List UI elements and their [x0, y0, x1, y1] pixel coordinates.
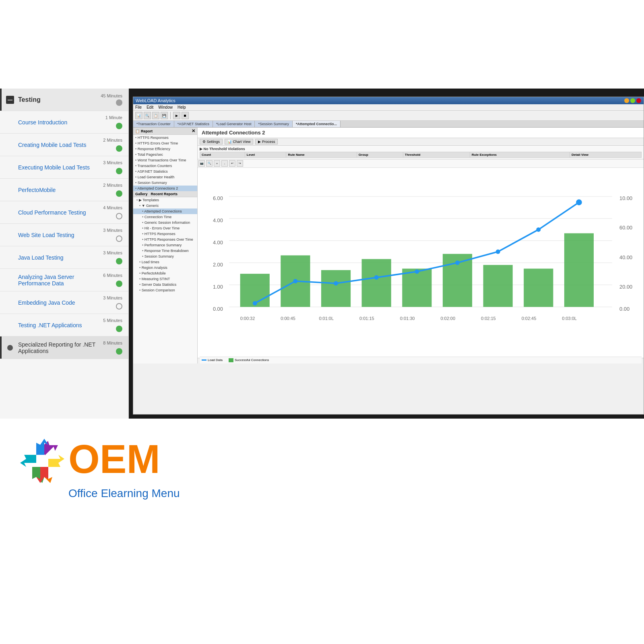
tree-measuring[interactable]: Measuring STINT [133, 276, 197, 282]
sidebar-item-creating-mobile[interactable]: Creating Mobile Load Tests 2 Minutes [0, 134, 128, 156]
svg-text:0:02:45: 0:02:45 [522, 316, 537, 321]
sidebar-item-course-intro[interactable]: Course Introduction 1 Minute [0, 111, 128, 134]
tb-btn-3[interactable]: 📋 [152, 112, 159, 119]
tree-generic[interactable]: ▼ Generic [133, 203, 197, 208]
recent-reports-tab[interactable]: Recent Reports [151, 192, 178, 196]
duration-1: 2 Minutes [103, 138, 122, 142]
sidebar-item-executing-mobile[interactable]: Executing Mobile Load Tests 3 Minutes [0, 156, 128, 179]
tree-attempted-conn-tpl[interactable]: Attempted Connections [133, 208, 197, 214]
th-group: Group [357, 152, 403, 158]
dot-4 [116, 213, 122, 219]
tree-item-https-errors[interactable]: HTTPS Errors Over Time [133, 140, 197, 146]
tree-load-times[interactable]: Load times [133, 259, 197, 265]
close-btn[interactable] [636, 98, 641, 103]
sidebar-item-testing-net[interactable]: Testing .NET Applications 5 Minutes [0, 314, 128, 336]
threshold-title: ▶ No Threshold Violations [200, 147, 642, 151]
chart-view-btn[interactable]: 📊 Chart View [225, 139, 253, 144]
tab-connections[interactable]: *Attempted Connectio... [293, 121, 341, 127]
item-meta-10: 8 Minutes [103, 341, 122, 355]
chart-tb-1[interactable]: 📷 [198, 160, 205, 167]
tree-perf-sum[interactable]: Performance Summary [133, 242, 197, 248]
sidebar-item-web-site-load[interactable]: Web Site Load Testing 3 Minutes [0, 224, 128, 246]
svg-text:2.00: 2.00 [213, 262, 223, 268]
item-label-4: Cloud Performance Testing [18, 209, 99, 216]
tree-https-resp-ot[interactable]: HTTPS Responses Over Time [133, 237, 197, 242]
item-label-8: Embedding Java Code [18, 299, 99, 306]
sidebar-item-java-load[interactable]: Java Load Testing 3 Minutes [0, 246, 128, 269]
tree-templates[interactable]: ▶ Templates [133, 197, 197, 203]
tab-transaction-counter[interactable]: *Transaction Counter [133, 121, 174, 127]
threshold-section: ▶ No Threshold Violations Count Level Ru… [198, 146, 644, 159]
tree-item-https-resp[interactable]: HTTPS Responses [133, 135, 197, 140]
bar-4 [362, 259, 391, 307]
minimize-btn[interactable] [624, 98, 629, 103]
tree-server-data[interactable]: Server Data Statistics [133, 282, 197, 287]
svg-text:0:00:32: 0:00:32 [240, 316, 255, 321]
tree-item-worst-trans[interactable]: Worst Transactions Over Time [133, 157, 197, 163]
menu-file[interactable]: File [135, 105, 142, 109]
tree-session-sum-tpl[interactable]: Session Summary [133, 254, 197, 259]
webload-left-panel: 📋 Report ✕ HTTPS Responses HTTPS Errors … [133, 128, 198, 363]
gallery-tree: ▶ Templates ▼ Generic Attempted Connecti… [133, 197, 197, 293]
sidebar-item-perfecto[interactable]: PerfectoMobile 2 Minutes [0, 179, 128, 201]
bar-5 [402, 268, 431, 307]
menu-window[interactable]: Window [158, 105, 173, 109]
tree-item-attempted-conn[interactable]: Attempted Connections 2 [133, 186, 197, 191]
chart-tb-4[interactable]: - [221, 160, 228, 167]
sidebar-header[interactable]: — Testing 45 Minutes [0, 89, 128, 111]
svg-text:0:02:15: 0:02:15 [481, 316, 496, 321]
panel-close-btn[interactable]: ✕ [192, 128, 195, 134]
tree-item-resp-eff[interactable]: Response Efficiency [133, 146, 197, 152]
process-btn[interactable]: ▶ Process [255, 139, 278, 144]
tree-item-load-gen-health[interactable]: Load Generator Health [133, 174, 197, 180]
maximize-btn[interactable] [630, 98, 635, 103]
tree-item-trans-counter[interactable]: Transaction Counters [133, 163, 197, 169]
tree-session-comp[interactable]: Session Comparison [133, 287, 197, 293]
duration-10: 8 Minutes [103, 341, 122, 345]
line-dot-4 [374, 275, 379, 280]
chart-tb-5[interactable]: ↩ [229, 160, 235, 167]
sidebar-item-analyzing-java[interactable]: Analyzing Java Server Performance Data 6… [0, 269, 128, 291]
tb-btn-2[interactable]: 🔍 [144, 112, 151, 119]
gallery-tab[interactable]: Gallery [135, 192, 148, 196]
tb-sep [170, 112, 171, 119]
panel-title: Attempted Connections 2 [198, 128, 644, 138]
dot-0 [116, 123, 122, 129]
tb-btn-6[interactable]: ⏹ [182, 112, 189, 119]
settings-btn[interactable]: ⚙ Settings [200, 139, 223, 144]
tree-item-asp-net-stats[interactable]: ASP.NET Statistics [133, 169, 197, 174]
tree-hit-errors[interactable]: Hit - Errors Over Time [133, 225, 197, 231]
sidebar-item-embedding-java[interactable]: Embedding Java Code 3 Minutes [0, 291, 128, 314]
item-meta-2: 3 Minutes [103, 160, 122, 174]
tree-session-info[interactable]: Generic Session Information [133, 220, 197, 225]
tree-perfecto[interactable]: PerfectoMobile [133, 270, 197, 276]
th-detail: Detail View [570, 152, 641, 158]
tb-btn-4[interactable]: 💾 [161, 112, 168, 119]
tab-session[interactable]: *Session Summary [255, 121, 293, 127]
menu-edit[interactable]: Edit [147, 105, 153, 109]
tab-asp-net[interactable]: *ASP.NET Statistics [174, 121, 213, 127]
item-meta-1: 2 Minutes [103, 138, 122, 152]
chart-legend: Load Data Successful Connections [200, 357, 642, 363]
menu-help[interactable]: Help [178, 105, 186, 109]
tree-https-resp-tpl[interactable]: HTTPS Responses [133, 231, 197, 237]
tb-btn-1[interactable]: 📊 [135, 112, 142, 119]
chart-tb-3[interactable]: + [214, 160, 220, 167]
tree-connection-time[interactable]: Connection Time [133, 214, 197, 220]
tree-item-total-pages[interactable]: Total Pages/sec [133, 152, 197, 157]
tree-resp-time-bd[interactable]: Response Time Breakdown [133, 248, 197, 254]
sidebar-item-cloud-performance[interactable]: Cloud Performance Testing 4 Minutes [0, 201, 128, 224]
th-level: Level [245, 152, 286, 158]
chart-tb-6[interactable]: ↪ [237, 160, 243, 167]
tb-btn-5[interactable]: ▶ [173, 112, 180, 119]
sidebar-item-specialized-reporting[interactable]: Specialized Reporting for .NET Applicati… [0, 336, 128, 359]
active-indicator [6, 345, 14, 351]
tab-load-gen[interactable]: *Load Generator Host [213, 121, 255, 127]
item-label-0: Course Introduction [18, 119, 101, 126]
tree-item-session-sum[interactable]: Session Summary [133, 180, 197, 186]
item-label-7: Analyzing Java Server Performance Data [18, 274, 99, 287]
bar-9 [564, 233, 594, 307]
line-dot-6 [455, 260, 460, 265]
chart-tb-2[interactable]: 🔍 [206, 160, 213, 167]
tree-region-analysis[interactable]: Region Analysis [133, 265, 197, 270]
